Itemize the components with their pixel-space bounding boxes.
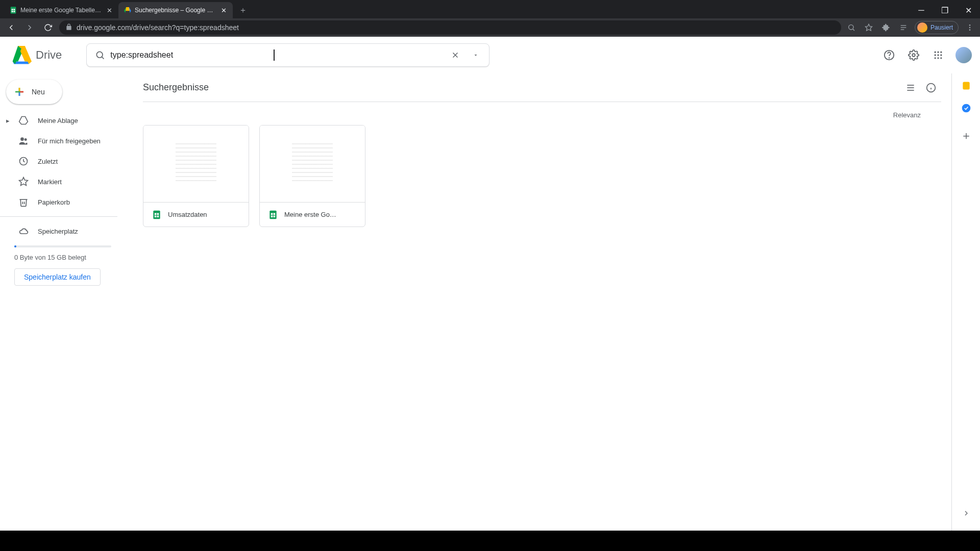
search-bar: [86, 43, 489, 67]
clock-icon: [18, 156, 29, 166]
svg-point-33: [20, 137, 24, 141]
svg-line-8: [853, 29, 854, 31]
account-avatar[interactable]: [955, 47, 972, 63]
apps-button[interactable]: [928, 45, 948, 65]
svg-marker-36: [19, 178, 28, 186]
back-button[interactable]: [4, 20, 18, 35]
reading-list-icon[interactable]: [897, 21, 910, 34]
chevron-right-icon[interactable]: ▸: [6, 117, 12, 124]
close-icon[interactable]: ✕: [105, 6, 113, 14]
taskbar: [0, 531, 980, 551]
file-thumbnail: [260, 126, 365, 202]
zoom-icon[interactable]: [845, 21, 857, 34]
svg-rect-51: [963, 82, 969, 90]
file-card[interactable]: Umsatzdaten: [143, 125, 249, 227]
sidebar-item-shared[interactable]: Für mich freigegeben: [0, 131, 133, 151]
details-button[interactable]: [921, 78, 941, 98]
svg-point-21: [889, 58, 890, 58]
svg-point-26: [935, 54, 936, 56]
sidebar-item-my-drive[interactable]: ▸ Meine Ablage: [0, 110, 133, 131]
bookmark-icon[interactable]: [863, 21, 875, 34]
storage-bar: [14, 245, 111, 247]
file-thumbnail: [143, 126, 249, 202]
add-addon-button[interactable]: ＋: [956, 126, 976, 146]
text-cursor: [274, 49, 275, 61]
trash-icon: [18, 197, 29, 207]
new-button-label: Neu: [32, 88, 45, 96]
list-view-button[interactable]: [900, 78, 921, 98]
reload-button[interactable]: [41, 20, 55, 35]
support-button[interactable]: [879, 45, 899, 65]
svg-marker-9: [865, 24, 872, 31]
buy-storage-button[interactable]: Speicherplatz kaufen: [14, 268, 101, 286]
maximize-button[interactable]: ❐: [933, 2, 957, 18]
svg-point-27: [937, 54, 939, 56]
drive-logo-icon: [11, 45, 32, 65]
sidebar-item-label: Für mich freigegeben: [38, 137, 101, 145]
search-icon[interactable]: [90, 45, 110, 65]
tab-title: Meine erste Google Tabelle - Go: [20, 7, 102, 14]
file-name: Meine erste Go…: [284, 211, 336, 218]
file-card[interactable]: Meine erste Go…: [259, 125, 365, 227]
svg-marker-32: [19, 117, 28, 124]
header-actions: [879, 45, 972, 65]
files-grid: Umsatzdaten Meine erste Go…: [143, 122, 941, 230]
sort-row: Relevanz: [143, 102, 941, 122]
avatar-icon: [917, 22, 927, 33]
sidebar-item-label: Papierkorb: [38, 198, 70, 206]
tab-strip: Meine erste Google Tabelle - Go ✕ Sucher…: [0, 0, 980, 18]
new-button[interactable]: Neu: [6, 80, 62, 104]
svg-point-34: [24, 138, 27, 141]
svg-point-7: [849, 25, 853, 30]
address-bar[interactable]: drive.google.com/drive/search?q=type:spr…: [59, 20, 841, 35]
svg-point-25: [940, 52, 942, 53]
svg-point-29: [935, 57, 936, 59]
clear-search-button[interactable]: [445, 45, 465, 65]
sidebar-item-recent[interactable]: Zuletzt: [0, 151, 133, 171]
svg-point-14: [969, 27, 971, 29]
url-text: drive.google.com/drive/search?q=type:spr…: [77, 23, 239, 32]
extensions-icon[interactable]: [880, 21, 892, 34]
sheets-favicon: [9, 6, 17, 14]
forward-button[interactable]: [22, 20, 37, 35]
svg-point-22: [912, 54, 915, 57]
drive-logo[interactable]: Drive: [11, 45, 82, 65]
settings-button[interactable]: [903, 45, 924, 65]
drive-favicon: [124, 6, 132, 14]
drive-app: Drive: [0, 37, 980, 531]
svg-point-28: [940, 54, 942, 56]
sidebar-item-starred[interactable]: Markiert: [0, 171, 133, 192]
content-header: Suchergebnisse: [143, 73, 941, 102]
svg-point-24: [937, 52, 939, 53]
search-options-button[interactable]: [465, 45, 486, 65]
lock-icon: [65, 23, 72, 32]
menu-icon[interactable]: [964, 21, 976, 34]
svg-point-52: [962, 104, 970, 113]
browser-chrome: Meine erste Google Tabelle - Go ✕ Sucher…: [0, 0, 980, 37]
browser-tab[interactable]: Meine erste Google Tabelle - Go ✕: [4, 2, 118, 18]
search-input[interactable]: [110, 51, 445, 60]
profile-button[interactable]: Pausiert: [915, 21, 959, 34]
drive-header: Drive: [0, 37, 980, 73]
keep-icon[interactable]: [961, 81, 971, 91]
divider: [0, 216, 117, 217]
close-window-button[interactable]: ✕: [957, 2, 980, 18]
close-icon[interactable]: ✕: [219, 6, 228, 14]
file-name: Umsatzdaten: [168, 211, 207, 218]
svg-point-23: [935, 52, 936, 53]
new-tab-button[interactable]: ＋: [236, 3, 250, 17]
browser-tab[interactable]: Suchergebnisse – Google Drive ✕: [118, 2, 233, 18]
minimize-button[interactable]: ─: [910, 2, 933, 18]
tab-title: Suchergebnisse – Google Drive: [135, 7, 216, 14]
svg-point-30: [937, 57, 939, 59]
browser-toolbar: drive.google.com/drive/search?q=type:spr…: [0, 18, 980, 37]
sidebar-item-trash[interactable]: Papierkorb: [0, 192, 133, 212]
tasks-icon[interactable]: [961, 103, 971, 113]
collapse-panel-button[interactable]: [956, 503, 976, 523]
sidebar-item-storage[interactable]: Speicherplatz: [0, 221, 133, 241]
sort-button[interactable]: Relevanz: [893, 111, 921, 119]
svg-point-15: [969, 29, 971, 31]
sidebar-item-label: Zuletzt: [38, 158, 58, 165]
page-title: Suchergebnisse: [143, 82, 900, 93]
drive-icon: [18, 115, 29, 126]
